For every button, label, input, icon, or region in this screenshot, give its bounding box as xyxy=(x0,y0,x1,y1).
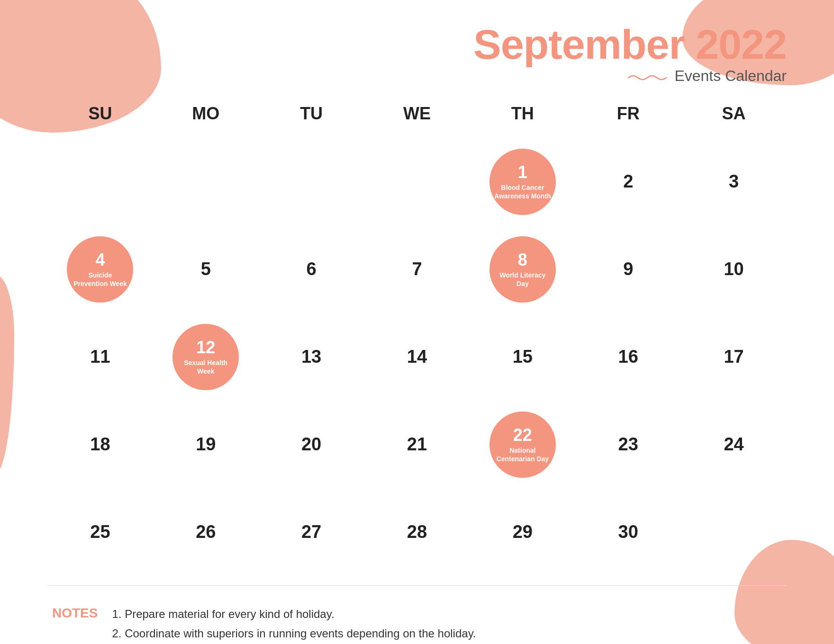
day-number: 26 xyxy=(196,522,216,542)
event-label: Suicide Prevention Week xyxy=(72,271,128,288)
calendar-cell: 19 xyxy=(153,401,259,488)
calendar-cell: 16 xyxy=(575,313,681,401)
day-number: 27 xyxy=(301,522,321,542)
day-number: 10 xyxy=(724,259,743,279)
calendar-cell: 10 xyxy=(681,225,787,313)
day-header-su: SU xyxy=(47,99,153,128)
notes-section: NOTES 1. Prepare material for every kind… xyxy=(47,605,787,644)
day-number: 29 xyxy=(513,522,533,542)
event-label: Blood Cancer Awareness Month xyxy=(494,183,551,200)
day-number: 3 xyxy=(729,171,739,192)
event-day-number: 4 xyxy=(95,250,105,269)
calendar-cell: 30 xyxy=(575,488,681,576)
day-number: 23 xyxy=(618,434,638,455)
day-number: 11 xyxy=(90,347,110,367)
calendar-cell xyxy=(47,138,153,225)
day-number: 18 xyxy=(90,434,110,455)
calendar-cell: 20 xyxy=(259,401,364,488)
month-year-title: September 2022 xyxy=(47,24,787,65)
event-day-number: 8 xyxy=(518,250,527,269)
wavy-decoration xyxy=(626,72,669,80)
subtitle-row: Events Calendar xyxy=(47,67,787,85)
day-number: 28 xyxy=(407,522,427,542)
day-number: 20 xyxy=(301,434,321,455)
calendar-cell: 5 xyxy=(153,225,259,313)
event-label: World Literacy Day xyxy=(494,271,551,288)
day-number: 21 xyxy=(407,434,427,455)
event-day-number: 1 xyxy=(518,163,527,182)
event-label: National Centenarian Day xyxy=(494,446,551,463)
event-circle: 8World Literacy Day xyxy=(490,236,556,303)
calendar-cell: 21 xyxy=(364,401,470,488)
calendar-cell: 2 xyxy=(575,138,681,225)
day-header-fr: FR xyxy=(575,99,681,128)
event-day-number: 12 xyxy=(196,338,215,357)
calendar-grid: 1Blood Cancer Awareness Month234Suicide … xyxy=(47,138,787,576)
calendar-cell: 15 xyxy=(470,313,575,401)
calendar-cell: 6 xyxy=(259,225,364,313)
calendar-cell xyxy=(259,138,364,225)
calendar-cell: 7 xyxy=(364,225,470,313)
day-number: 16 xyxy=(618,347,638,367)
calendar-cell: 25 xyxy=(47,488,153,576)
calendar-cell: 28 xyxy=(364,488,470,576)
day-number: 7 xyxy=(412,259,422,279)
calendar-cell: 23 xyxy=(575,401,681,488)
day-header-tu: TU xyxy=(259,99,364,128)
calendar-cell xyxy=(364,138,470,225)
calendar-cell: 18 xyxy=(47,401,153,488)
event-label: Sexual Health Week xyxy=(177,358,234,376)
calendar-cell: 29 xyxy=(470,488,575,576)
calendar-cell: 26 xyxy=(153,488,259,576)
event-circle: 22National Centenarian Day xyxy=(490,411,556,478)
events-calendar-label: Events Calendar xyxy=(674,67,787,85)
day-headers-row: SUMOTUWETHFRSA xyxy=(47,99,787,128)
calendar-cell: 8World Literacy Day xyxy=(470,225,575,313)
calendar-cell: 13 xyxy=(259,313,364,401)
calendar-cell xyxy=(153,138,259,225)
calendar-header: September 2022 Events Calendar xyxy=(47,24,787,85)
day-header-we: WE xyxy=(364,99,470,128)
calendar-cell: 17 xyxy=(681,313,787,401)
note-item: 1. Prepare material for every kind of ho… xyxy=(112,605,476,624)
day-number: 2 xyxy=(623,171,633,192)
day-header-mo: MO xyxy=(153,99,259,128)
calendar-cell: 1Blood Cancer Awareness Month xyxy=(470,138,575,225)
calendar-cell: 9 xyxy=(575,225,681,313)
calendar-cell: 14 xyxy=(364,313,470,401)
day-header-sa: SA xyxy=(681,99,787,128)
event-circle: 4Suicide Prevention Week xyxy=(67,236,133,303)
notes-content: 1. Prepare material for every kind of ho… xyxy=(112,605,476,644)
calendar-cell: 24 xyxy=(681,401,787,488)
event-day-number: 22 xyxy=(513,426,532,445)
calendar-cell: 11 xyxy=(47,313,153,401)
divider-line xyxy=(47,585,787,586)
event-circle: 12Sexual Health Week xyxy=(172,324,239,390)
calendar-cell: 3 xyxy=(681,138,787,225)
calendar-cell: 12Sexual Health Week xyxy=(153,313,259,401)
day-number: 24 xyxy=(724,434,743,455)
note-item: 2. Coordinate with superiors in running … xyxy=(112,624,476,644)
day-number: 19 xyxy=(196,434,216,455)
day-number: 9 xyxy=(623,259,633,279)
day-number: 15 xyxy=(513,347,533,367)
day-number: 5 xyxy=(201,259,211,279)
notes-label: NOTES xyxy=(52,605,98,621)
calendar-container: SUMOTUWETHFRSA 1Blood Cancer Awareness M… xyxy=(47,99,787,576)
day-number: 6 xyxy=(307,259,317,279)
day-number: 13 xyxy=(301,347,321,367)
calendar-cell: 27 xyxy=(259,488,364,576)
day-number: 25 xyxy=(90,522,110,542)
calendar-cell xyxy=(681,488,787,576)
day-number: 30 xyxy=(618,522,638,542)
day-number: 14 xyxy=(407,347,427,367)
calendar-cell: 22National Centenarian Day xyxy=(470,401,575,488)
calendar-cell: 4Suicide Prevention Week xyxy=(47,225,153,313)
event-circle: 1Blood Cancer Awareness Month xyxy=(490,149,556,215)
day-header-th: TH xyxy=(470,99,575,128)
day-number: 17 xyxy=(724,347,743,367)
